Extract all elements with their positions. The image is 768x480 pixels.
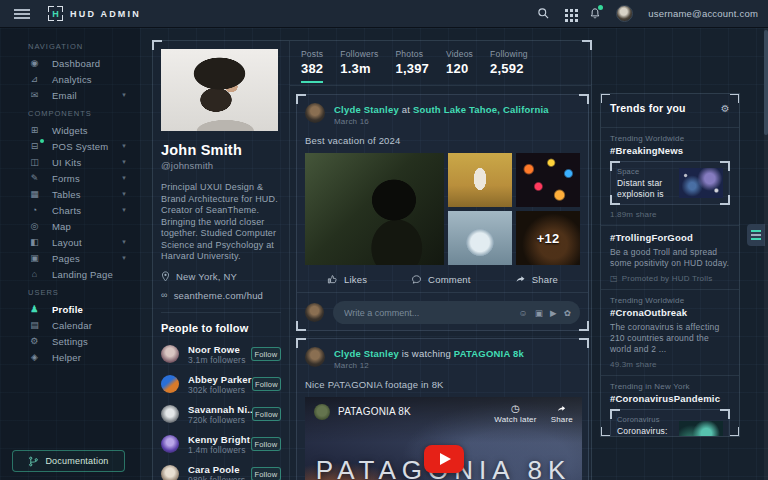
stats-divider (290, 85, 591, 86)
person-name[interactable]: Kenny Bright (188, 434, 251, 445)
trend-hashtag[interactable]: #BreakingNews (610, 145, 730, 156)
trend-news-card[interactable]: Space Distant star explosion is (610, 161, 730, 205)
channel-avatar[interactable] (314, 404, 330, 420)
stat-following[interactable]: Following 2,592 (490, 49, 528, 83)
post-target[interactable]: PATAGONIA 8k (454, 348, 524, 359)
person-name[interactable]: Noor Rowe (188, 344, 251, 355)
follow-button[interactable]: Follow (251, 437, 281, 451)
account-email[interactable]: username@account.com (648, 8, 758, 19)
trend-item[interactable]: Trending in New York #CoronavirusPandemi… (610, 382, 730, 437)
sidebar-item-label: Widgets (52, 125, 88, 136)
trend-item[interactable]: Trending Worldwide #BreakingNews Space D… (610, 134, 730, 219)
trend-hashtag[interactable]: #CoronavirusPandemic (610, 393, 730, 404)
person-name[interactable]: Cara Poole (188, 464, 251, 475)
share-arrow-icon (515, 274, 526, 285)
profile-bio: Principal UXUI Design & Brand Architectu… (161, 182, 281, 263)
notifications-bell-icon[interactable] (589, 7, 601, 20)
sidebar-item-analytics[interactable]: ⊿Analytics (0, 71, 140, 87)
photo-glass-globe[interactable] (448, 211, 512, 265)
photo-forest-hat[interactable] (305, 153, 444, 265)
post-target[interactable]: South Lake Tahoe, California (413, 104, 549, 115)
sidebar-item-map[interactable]: ◎Map (0, 218, 140, 234)
video-icon[interactable]: ▶ (550, 308, 557, 318)
brand-logo[interactable]: H HUD ADMIN (48, 6, 141, 21)
hamburger-icon[interactable] (14, 9, 30, 19)
sidebar-item-tables[interactable]: ▦Tables▾ (0, 186, 140, 202)
photo-more-overlay[interactable]: +12 (516, 211, 580, 265)
author-avatar[interactable] (305, 347, 325, 367)
pos-glyph: ⊟ (31, 141, 39, 151)
profile-column: John Smith @johnsmith Principal UXUI Des… (161, 49, 281, 480)
post-body: Best vacation of 2024 (305, 135, 580, 146)
sidebar-item-label: UI Kits (52, 157, 81, 168)
documentation-button[interactable]: Documentation (12, 450, 125, 472)
stat-followers[interactable]: Followers 1.3m (340, 49, 378, 83)
like-button[interactable]: Likes (327, 274, 367, 285)
video-player[interactable]: PATAGONIA 8K ◷Watch later Share PATAGONI… (305, 397, 582, 480)
person-name[interactable]: Savannah Ni... (188, 404, 252, 415)
user-avatar[interactable] (616, 5, 633, 22)
more-photos-count: +12 (537, 231, 560, 246)
video-channel-title[interactable]: PATAGONIA 8K (338, 406, 411, 443)
follow-button[interactable]: Follow (251, 347, 281, 361)
trend-news-card[interactable]: Coronavirus Coronavirus: US suspends tra… (610, 409, 730, 437)
photo-wheat-field[interactable] (448, 153, 512, 207)
follow-button[interactable]: Follow (252, 377, 281, 391)
sidebar: Navigation ◉Dashboard ⊿Analytics ✉Email▾… (0, 28, 140, 480)
sidebar-item-forms[interactable]: ✎Forms▾ (0, 170, 140, 186)
sidebar-item-helper[interactable]: ◈Helper (0, 349, 140, 365)
search-icon[interactable] (537, 7, 550, 20)
comment-button[interactable]: Comment (411, 274, 471, 285)
sticker-icon[interactable]: ✿ (564, 308, 571, 318)
sidebar-item-email[interactable]: ✉Email▾ (0, 87, 140, 103)
scrollbar-thumb[interactable] (764, 30, 768, 135)
stat-photos[interactable]: Photos 1,397 (395, 49, 429, 83)
camera-icon[interactable]: ▣ (535, 308, 543, 318)
author-name[interactable]: Clyde Stanley (334, 104, 399, 115)
person-followers: 720k followers (188, 415, 252, 425)
promoted-icon: ◳ (610, 274, 618, 283)
trend-item[interactable]: #TrollingForGood Be a good Troll and spr… (610, 232, 730, 283)
sidebar-item-pages[interactable]: ▣Pages▾ (0, 250, 140, 266)
follow-button[interactable]: Follow (252, 407, 281, 421)
layout-icon: ◧ (28, 237, 41, 247)
trend-hashtag[interactable]: #TrollingForGood (610, 232, 730, 243)
stat-videos[interactable]: Videos 120 (446, 49, 473, 83)
trend-item[interactable]: Trending Worldwide #CronaOutbreak The co… (610, 296, 730, 369)
sidebar-item-settings[interactable]: ⚙Settings (0, 333, 140, 349)
watch-later-button[interactable]: ◷Watch later (494, 404, 536, 443)
trend-hashtag[interactable]: #CronaOutbreak (610, 307, 730, 318)
comment-input[interactable] (342, 307, 519, 319)
post-header: Clyde Stanley is watching PATAGONIA 8k M… (305, 347, 580, 370)
sidebar-item-layout[interactable]: ◧Layout▾ (0, 234, 140, 250)
sidebar-item-calendar[interactable]: ▤Calendar (0, 317, 140, 333)
sidebar-item-dashboard[interactable]: ◉Dashboard (0, 55, 140, 71)
sidebar-item-profile[interactable]: ♟Profile (0, 301, 140, 317)
avatar (161, 465, 179, 480)
emoji-icon[interactable]: ☺ (519, 308, 528, 318)
video-share-button[interactable]: Share (551, 404, 573, 443)
photo-neon-city[interactable] (516, 153, 580, 207)
sidebar-item-widgets[interactable]: ⊞Widgets (0, 122, 140, 138)
sidebar-item-label: Pages (52, 253, 80, 264)
sidebar-item-label: Helper (52, 352, 81, 363)
author-name[interactable]: Clyde Stanley (334, 348, 399, 359)
profile-website[interactable]: ∞ seantheme.com/hud (161, 290, 281, 301)
sidebar-item-charts[interactable]: ◔Charts▾ (0, 202, 140, 218)
youtube-play-button[interactable] (424, 445, 464, 473)
logo-bracket-corners (48, 6, 63, 21)
apps-grid-icon[interactable] (565, 9, 574, 19)
sidebar-item-pos-system[interactable]: ⊟POS System▾ (0, 138, 140, 154)
author-avatar[interactable] (305, 103, 325, 123)
follow-button[interactable]: Follow (251, 467, 281, 480)
theme-settings-toggle[interactable] (747, 224, 765, 246)
sidebar-item-landing-page[interactable]: ⌂Landing Page (0, 266, 140, 282)
person-row: Cara Poole989k followers Follow (161, 464, 281, 480)
stat-posts[interactable]: Posts 382 (301, 49, 323, 83)
sidebar-item-ui-kits[interactable]: ◫UI Kits▾ (0, 154, 140, 170)
person-name[interactable]: Abbey Parker (188, 374, 252, 385)
trends-gear-icon[interactable]: ⚙ (721, 103, 730, 114)
share-button[interactable]: Share (515, 274, 558, 285)
trend-category: Trending Worldwide (610, 296, 730, 305)
page-scrollbar[interactable] (764, 28, 768, 480)
